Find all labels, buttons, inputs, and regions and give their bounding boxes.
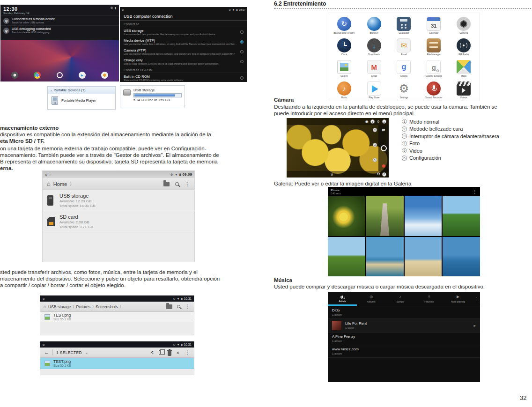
new-folder-icon[interactable]	[166, 304, 172, 309]
capacity-bar-fill	[134, 94, 175, 96]
notification-item[interactable]: ψ Connected as a media device Touch for …	[0, 15, 119, 25]
option-charge-only[interactable]: Charge only Stop all USB functions. Lets…	[120, 57, 247, 67]
app-google-settings[interactable]: g Google Settings	[419, 59, 449, 80]
app-file-manager[interactable]: File Manager	[419, 37, 449, 59]
overflow-menu-icon[interactable]: ⋮	[473, 292, 480, 306]
status-time: 10:31	[184, 343, 192, 346]
album-art	[332, 321, 341, 330]
photo-thumbnail-daffodil[interactable]	[328, 196, 365, 236]
play-icon: ▶	[457, 295, 459, 299]
camera-settings-gear-icon[interactable]: ⚙	[377, 172, 380, 176]
app-google[interactable]: g Google	[389, 59, 419, 80]
window-header[interactable]: ▴ Portable Devices (1)	[48, 87, 115, 94]
app-calendar[interactable]: 31 Calendar	[419, 15, 449, 37]
overflow-menu-icon[interactable]: ⋮	[185, 304, 191, 310]
storage-row-sd[interactable]: SD card Available 2.08 GB Total space 3.…	[43, 211, 194, 232]
artist-row-luciez[interactable]: www.luciez.com 1 album	[328, 345, 480, 358]
delete-icon[interactable]	[168, 351, 171, 356]
play-store-shortcut-icon[interactable]: ▶	[79, 72, 86, 79]
tab-albums[interactable]: ◎ Albums	[357, 292, 386, 306]
photo-thumbnail-field[interactable]	[328, 237, 365, 277]
video-record-button[interactable]	[382, 164, 385, 168]
body-text-line: B representa el almacenamiento su dispos…	[0, 158, 219, 165]
photo-thumbnail-garden-path[interactable]	[366, 196, 404, 236]
storage-row-usb[interactable]: USB storage Available 12.29 GB Total spa…	[43, 190, 194, 211]
app-clock[interactable]: Clock	[329, 37, 359, 59]
app-sound-recorder[interactable]: Sound Recorder	[419, 80, 449, 102]
gallery-shortcut-icon[interactable]	[101, 72, 108, 79]
app-play-store[interactable]: Play Store	[359, 80, 389, 102]
photo-thumbnail-beach-2[interactable]	[405, 237, 442, 277]
app-downloads[interactable]: ↓ Downloads	[359, 37, 389, 59]
device-item[interactable]: Portable Media Player	[48, 94, 115, 107]
breadcrumb-usb-storage[interactable]: USB storage	[48, 304, 71, 309]
app-maps[interactable]: Maps	[449, 59, 479, 80]
tab-artists[interactable]: Artists	[328, 292, 357, 306]
option-built-in-cdrom[interactable]: Built-in CD-ROM Show a virtual CD-ROM co…	[120, 73, 247, 82]
switch-camera-icon[interactable]: ⇄	[382, 128, 385, 132]
home-icon[interactable]: ⌂	[44, 304, 46, 309]
window-usb-storage-drive[interactable]: USB storage 5.14 GB Free of 3.59 GB	[120, 85, 185, 108]
overflow-menu-icon[interactable]: ⋮	[473, 189, 477, 194]
screenshot-file-manager-pictures: ψ ⊙ ▼ ▮ 10:31 ⌂ USB storage ⟩ Pictures ⟩…	[40, 295, 194, 335]
cut-icon[interactable]: ×	[177, 350, 179, 355]
search-icon[interactable]	[175, 182, 179, 186]
file-row-test-png[interactable]: TEST.png Size 55.1 KB	[40, 312, 194, 322]
photo-thumbnail-sky[interactable]	[405, 196, 442, 236]
search-icon[interactable]	[177, 305, 180, 308]
tab-playlists[interactable]: ≡ Playlists	[414, 292, 443, 306]
browser-shortcut-icon[interactable]	[34, 72, 41, 79]
app-camera[interactable]: Camera	[449, 15, 479, 37]
app-fm-radio[interactable]: FM Radio	[449, 37, 479, 59]
camera-shortcut-icon[interactable]	[11, 72, 18, 79]
share-icon[interactable]: <	[151, 350, 154, 355]
app-calculator[interactable]: Calculator	[389, 15, 419, 37]
artist-row-dido[interactable]: Dido 1 album	[328, 306, 480, 319]
option-media-device-mtp[interactable]: Media device (MTP) Lets you transfer med…	[120, 37, 247, 47]
usb-status-icon: ψ	[43, 343, 44, 346]
quick-settings-gear-icon[interactable]: ⚙	[111, 6, 113, 10]
legend-item: 4 Foto	[402, 140, 499, 148]
artist-row-a-fine-frenzy[interactable]: A Fine Frenzy 1 album	[328, 333, 480, 345]
collapse-icon[interactable]: ▴	[51, 89, 52, 92]
expand-up-icon[interactable]: ∧	[331, 172, 333, 177]
back-icon[interactable]: ←	[44, 350, 49, 355]
radio-button[interactable]	[240, 76, 244, 80]
shutter-button[interactable]	[381, 145, 387, 151]
option-usb-storage[interactable]: USB storage If recommended. Lets you tra…	[120, 27, 247, 37]
app-gmail[interactable]: M Gmail	[359, 59, 389, 80]
breadcrumb-pictures[interactable]: Pictures	[76, 304, 90, 309]
photo-thumbnail-sea[interactable]	[443, 237, 480, 277]
radio-button[interactable]	[240, 30, 244, 34]
overflow-menu-icon[interactable]: ⋮	[185, 350, 190, 355]
app-drawer-icon[interactable]	[57, 72, 63, 78]
new-folder-icon[interactable]	[163, 182, 170, 186]
status-dot-icon: ⊙	[173, 343, 175, 346]
radio-button[interactable]	[240, 50, 244, 53]
tab-now-playing[interactable]: ▶ Now playing	[443, 292, 473, 306]
radio-button[interactable]	[240, 60, 244, 63]
caret-down-icon[interactable]: ⌄	[85, 351, 88, 355]
copy-icon[interactable]	[159, 350, 163, 355]
app-email[interactable]: ✉ Email	[389, 37, 419, 59]
photo-thumbnail-landscape[interactable]	[443, 196, 480, 236]
photo-thumbnail-beach-1[interactable]	[366, 237, 404, 277]
beauty-mode-icon[interactable]: ☺	[377, 120, 380, 124]
app-music[interactable]: ♪ Music	[329, 80, 359, 102]
radio-button-selected[interactable]	[240, 40, 244, 44]
breadcrumb-location[interactable]: Home	[53, 181, 67, 187]
breadcrumb-screenshots[interactable]: Screenshots	[96, 304, 118, 309]
home-icon[interactable]: ⌂	[47, 181, 51, 187]
app-backup-and-restore[interactable]: ↻ Backup and Restore	[329, 15, 359, 37]
selected-file-row[interactable]: TEST.png Size 55.1 KB	[40, 358, 194, 369]
app-videos[interactable]: Videos	[449, 80, 479, 102]
overflow-menu-icon[interactable]: ⋮	[185, 181, 190, 187]
app-settings[interactable]: ⚙ Settings	[389, 80, 419, 102]
normal-mode-icon[interactable]: ◉	[365, 120, 369, 124]
app-gallery[interactable]: Gallery	[329, 59, 359, 80]
app-browser[interactable]: Browser	[359, 15, 389, 37]
album-row-life-for-rent[interactable]: Life For Rent 1 song ▸	[328, 319, 480, 333]
tab-songs[interactable]: ♪ Songs	[386, 292, 415, 306]
option-camera-ptp[interactable]: Camera (PTP) Lets you transfer photos us…	[120, 47, 247, 57]
notification-item[interactable]: ψ USB debugging connected Touch to disab…	[0, 25, 119, 35]
